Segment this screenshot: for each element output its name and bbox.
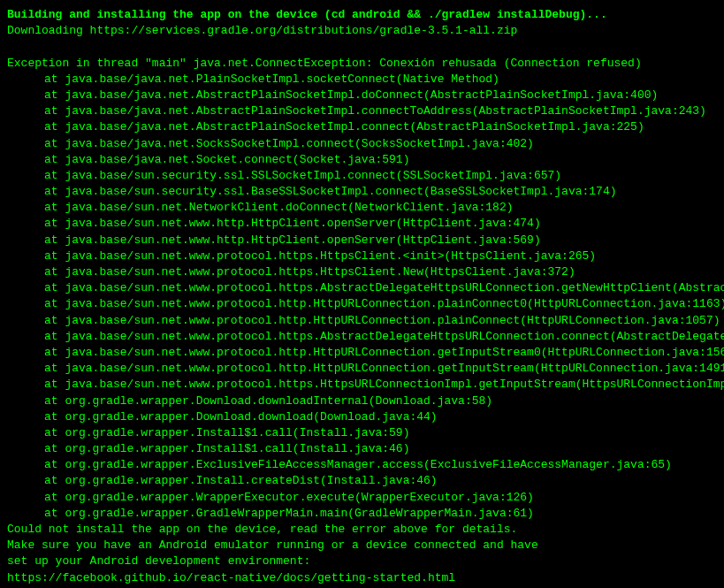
stack-frame: at java.base/sun.net.www.protocol.https.… [7, 377, 717, 393]
stack-frame: at java.base/sun.net.www.protocol.http.H… [7, 361, 717, 377]
stack-frame: at java.base/java.net.Socket.connect(Soc… [7, 152, 717, 168]
stack-frame: at java.base/java.net.AbstractPlainSocke… [7, 119, 717, 135]
exception-line: Exception in thread "main" java.net.Conn… [7, 56, 717, 72]
stack-frame: at org.gradle.wrapper.GradleWrapperMain.… [7, 506, 717, 522]
stack-frame: at org.gradle.wrapper.Install$1.call(Ins… [7, 425, 717, 441]
stack-frame: at java.base/sun.net.NetworkClient.doCon… [7, 200, 717, 216]
stack-frame: at org.gradle.wrapper.ExclusiveFileAcces… [7, 457, 717, 473]
blank-line [7, 39, 717, 55]
stack-frame: at java.base/java.net.AbstractPlainSocke… [7, 88, 717, 103]
stack-frame: at java.base/sun.net.www.protocol.http.H… [7, 296, 717, 312]
stack-frame: at java.base/java.net.PlainSocketImpl.so… [7, 72, 717, 88]
stack-frame: at java.base/sun.net.www.protocol.https.… [7, 280, 717, 296]
stack-frame: at java.base/sun.net.www.protocol.https.… [7, 329, 717, 345]
stack-frame: at org.gradle.wrapper.WrapperExecutor.ex… [7, 490, 717, 506]
stack-frame: at java.base/sun.net.www.http.HttpClient… [7, 216, 717, 232]
stack-frame: at java.base/sun.security.ssl.SSLSocketI… [7, 168, 717, 184]
stack-frame: at java.base/java.net.SocksSocketImpl.co… [7, 136, 717, 152]
download-line: Downloading https://services.gradle.org/… [7, 23, 717, 39]
stack-frame: at java.base/java.net.AbstractPlainSocke… [7, 103, 717, 119]
stack-frame: at java.base/sun.net.www.http.HttpClient… [7, 233, 717, 248]
stack-frame: at org.gradle.wrapper.Download.download(… [7, 409, 717, 425]
stack-frame: at java.base/sun.net.www.protocol.https.… [7, 264, 717, 280]
error-footer-1: Could not install the app on the device,… [7, 522, 717, 538]
stack-frame: at java.base/sun.security.ssl.BaseSSLSoc… [7, 184, 717, 200]
stack-frame: at java.base/sun.net.www.protocol.http.H… [7, 313, 717, 329]
stack-frame: at java.base/sun.net.www.protocol.https.… [7, 248, 717, 264]
terminal-output[interactable]: Building and installing the app on the d… [7, 7, 717, 586]
build-header: Building and installing the app on the d… [7, 7, 717, 23]
stack-frame: at java.base/sun.net.www.protocol.http.H… [7, 345, 717, 361]
stack-trace: at java.base/java.net.PlainSocketImpl.so… [7, 72, 717, 522]
error-footer-3: set up your Android development environm… [7, 554, 717, 569]
stack-frame: at org.gradle.wrapper.Download.downloadI… [7, 393, 717, 409]
error-footer-4: https://facebook.github.io/react-native/… [7, 570, 717, 586]
stack-frame: at org.gradle.wrapper.Install.createDist… [7, 473, 717, 489]
error-footer-2: Make sure you have an Android emulator r… [7, 538, 717, 554]
stack-frame: at org.gradle.wrapper.Install$1.call(Ins… [7, 441, 717, 457]
